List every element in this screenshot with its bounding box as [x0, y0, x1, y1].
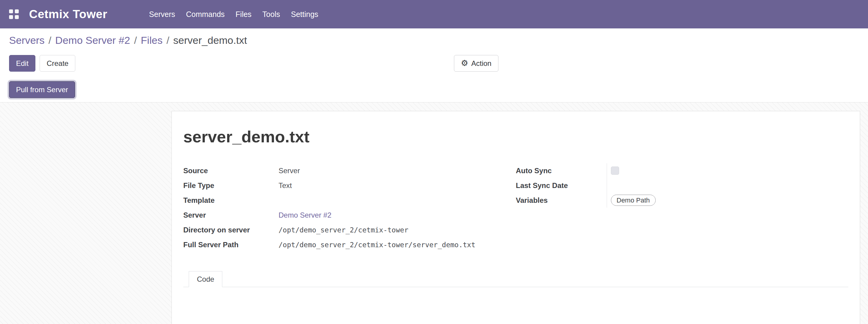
field-groups: Source Server File Type Text Template Se… — [183, 163, 848, 252]
field-row-directory: Directory on server /opt/demo_server_2/c… — [183, 222, 516, 237]
field-label: File Type — [183, 181, 279, 190]
pull-from-server-button[interactable]: Pull from Server — [9, 81, 75, 98]
breadcrumb-separator: / — [166, 34, 169, 46]
button-row: Edit Create ⚙ Action — [9, 55, 859, 72]
breadcrumb-link-demo-server-2[interactable]: Demo Server #2 — [55, 34, 130, 46]
breadcrumb: Servers/Demo Server #2/Files/server_demo… — [9, 33, 859, 47]
app-brand-title[interactable]: Cetmix Tower — [29, 7, 107, 21]
field-row-auto-sync: Auto Sync — [516, 163, 849, 178]
record-title: server_demo.txt — [183, 127, 848, 146]
auto-sync-checkbox — [611, 166, 619, 175]
variable-tag-demo-path: Demo Path — [611, 195, 656, 206]
apps-grid-icon[interactable] — [9, 9, 19, 19]
apps-grid-square — [9, 9, 13, 13]
field-label: Full Server Path — [183, 240, 279, 249]
field-label: Template — [183, 196, 279, 205]
menu-item-servers[interactable]: Servers — [144, 0, 181, 28]
form-view-background: server_demo.txt Source Server File Type … — [0, 102, 868, 324]
field-row-template: Template — [183, 193, 516, 208]
apps-grid-square — [15, 15, 19, 19]
top-navbar: Cetmix Tower Servers Commands Files Tool… — [0, 0, 868, 28]
pull-row: Pull from Server — [9, 81, 859, 98]
breadcrumb-current: server_demo.txt — [173, 34, 247, 46]
create-button[interactable]: Create — [40, 55, 75, 72]
field-label: Server — [183, 211, 279, 220]
action-button-label: Action — [471, 59, 492, 68]
control-panel: Servers/Demo Server #2/Files/server_demo… — [0, 28, 868, 102]
field-group-right: Auto Sync Last Sync Date Variables Demo … — [516, 163, 849, 252]
field-value-directory: /opt/demo_server_2/cetmix-tower — [279, 222, 408, 237]
server-link[interactable]: Demo Server #2 — [279, 211, 332, 220]
field-label: Auto Sync — [516, 166, 607, 175]
field-row-source: Source Server — [183, 163, 516, 178]
apps-grid-square — [15, 9, 19, 13]
field-row-full-path: Full Server Path /opt/demo_server_2/cetm… — [183, 237, 516, 252]
field-label: Source — [183, 166, 279, 175]
edit-button[interactable]: Edit — [9, 55, 35, 72]
menu-item-files[interactable]: Files — [230, 0, 257, 28]
field-value-file-type: Text — [279, 178, 292, 193]
action-button[interactable]: ⚙ Action — [454, 55, 498, 72]
menu-item-settings[interactable]: Settings — [285, 0, 323, 28]
field-row-last-sync-date: Last Sync Date — [516, 178, 849, 193]
form-sheet: server_demo.txt Source Server File Type … — [172, 111, 860, 324]
breadcrumb-link-servers[interactable]: Servers — [9, 34, 44, 46]
field-value-last-sync-date — [607, 178, 849, 193]
breadcrumb-separator: / — [134, 34, 137, 46]
gear-icon: ⚙ — [461, 59, 468, 67]
navbar-menu: Servers Commands Files Tools Settings — [144, 0, 323, 28]
apps-grid-square — [9, 15, 13, 19]
field-value-server: Demo Server #2 — [279, 208, 332, 222]
breadcrumb-separator: / — [49, 34, 51, 46]
field-label: Directory on server — [183, 226, 279, 234]
field-row-server: Server Demo Server #2 — [183, 208, 516, 222]
field-label: Last Sync Date — [516, 181, 607, 190]
breadcrumb-link-files[interactable]: Files — [141, 34, 163, 46]
menu-item-tools[interactable]: Tools — [257, 0, 285, 28]
field-row-file-type: File Type Text — [183, 178, 516, 193]
field-value-full-path: /opt/demo_server_2/cetmix-tower/server_d… — [279, 237, 475, 252]
field-value-auto-sync — [607, 163, 849, 178]
tab-code[interactable]: Code — [189, 271, 222, 287]
tab-code-content — [183, 287, 848, 324]
field-group-left: Source Server File Type Text Template Se… — [183, 163, 516, 252]
notebook-tabs: Code — [183, 271, 848, 287]
field-value-source: Server — [279, 163, 300, 178]
field-row-variables: Variables Demo Path — [516, 193, 849, 208]
notebook: Code — [183, 271, 848, 324]
field-label: Variables — [516, 196, 607, 205]
menu-item-commands[interactable]: Commands — [181, 0, 230, 28]
action-button-wrap: ⚙ Action — [454, 55, 498, 72]
field-value-variables: Demo Path — [607, 193, 849, 208]
